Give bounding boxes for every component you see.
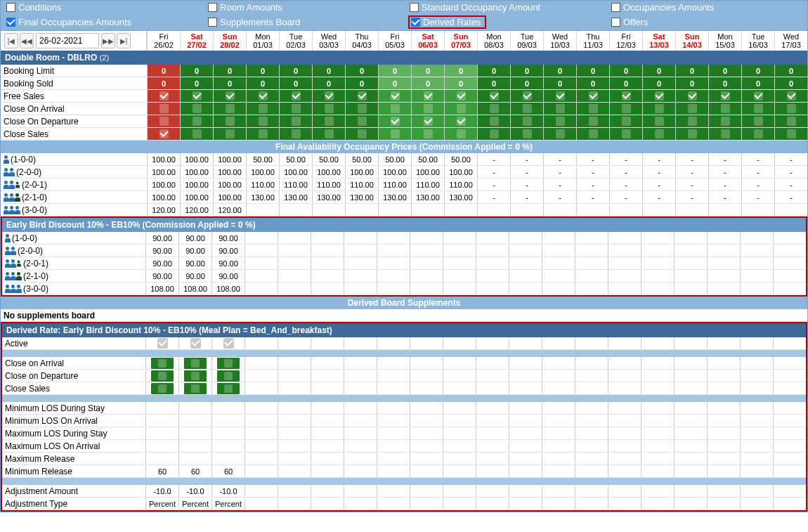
cell[interactable] (180, 128, 213, 140)
eb-price-cell[interactable] (575, 257, 608, 269)
derived-cell[interactable] (245, 440, 278, 452)
eb-price-cell[interactable] (674, 232, 707, 244)
cell[interactable] (378, 90, 411, 102)
price-cell[interactable]: - (510, 179, 543, 190)
derived-cell[interactable] (542, 485, 575, 497)
price-cell[interactable]: 50.00 (345, 153, 378, 165)
derived-cell[interactable] (608, 498, 641, 510)
cell[interactable]: 0 (642, 65, 675, 77)
derived-cell[interactable]: Percent (211, 498, 245, 510)
derived-cell[interactable] (211, 440, 245, 452)
derived-cell[interactable] (674, 402, 707, 414)
eb-price-cell[interactable] (443, 232, 476, 244)
derived-cell[interactable] (542, 465, 575, 477)
cell[interactable] (213, 103, 246, 115)
derived-cell[interactable] (509, 402, 542, 414)
derived-cell[interactable] (641, 402, 674, 414)
eb-price-cell[interactable]: 108.00 (178, 283, 211, 294)
derived-cell[interactable] (773, 370, 806, 382)
price-cell[interactable]: 130.00 (345, 191, 378, 203)
eb-price-cell[interactable] (707, 232, 740, 244)
derived-cell[interactable] (410, 357, 443, 369)
derived-cell[interactable]: 60 (178, 465, 211, 477)
date-input[interactable] (36, 33, 99, 48)
derived-cell[interactable] (278, 415, 311, 427)
derived-cell[interactable] (443, 465, 476, 477)
derived-cell[interactable] (278, 440, 311, 452)
price-cell[interactable] (642, 204, 675, 216)
price-cell[interactable]: 100.00 (279, 166, 312, 178)
derived-cell[interactable] (211, 382, 245, 394)
eb-price-cell[interactable] (575, 283, 608, 294)
cell[interactable]: 0 (675, 77, 708, 89)
price-cell[interactable]: 130.00 (411, 191, 444, 203)
derived-cell[interactable] (773, 498, 806, 510)
cell[interactable]: 0 (477, 77, 510, 89)
nav-first-icon[interactable]: |◀ (4, 33, 18, 48)
eb-price-cell[interactable] (509, 245, 542, 257)
eb-price-cell[interactable]: 90.00 (211, 232, 245, 244)
eb-price-cell[interactable]: 90.00 (178, 232, 211, 244)
price-cell[interactable]: 100.00 (180, 166, 213, 178)
eb-price-cell[interactable] (443, 245, 476, 257)
cell[interactable] (708, 103, 741, 115)
filter-offers[interactable]: Offers (606, 14, 807, 30)
cell[interactable] (279, 103, 312, 115)
price-cell[interactable]: 100.00 (180, 153, 213, 165)
derived-cell[interactable] (674, 427, 707, 439)
eb-price-cell[interactable] (542, 245, 575, 257)
derived-cell[interactable] (278, 357, 311, 369)
cell[interactable] (708, 115, 741, 127)
derived-cell[interactable] (278, 498, 311, 510)
derived-cell[interactable] (311, 382, 344, 394)
eb-price-cell[interactable] (773, 257, 806, 269)
cell[interactable]: 0 (510, 77, 543, 89)
price-cell[interactable]: 100.00 (180, 191, 213, 203)
derived-cell[interactable] (509, 485, 542, 497)
cell[interactable] (246, 115, 279, 127)
derived-cell[interactable] (542, 498, 575, 510)
derived-cell[interactable] (608, 440, 641, 452)
derived-cell[interactable] (707, 402, 740, 414)
derived-cell[interactable] (410, 337, 443, 349)
eb-price-cell[interactable] (674, 245, 707, 257)
derived-cell[interactable] (278, 465, 311, 477)
derived-cell[interactable] (211, 427, 245, 439)
price-cell[interactable]: 110.00 (279, 179, 312, 190)
price-cell[interactable]: 100.00 (411, 166, 444, 178)
derived-cell[interactable] (145, 440, 178, 452)
cell[interactable]: 0 (609, 77, 642, 89)
derived-cell[interactable] (410, 370, 443, 382)
derived-cell[interactable] (674, 337, 707, 349)
derived-cell[interactable] (443, 402, 476, 414)
price-cell[interactable]: - (708, 153, 741, 165)
derived-cell[interactable] (608, 402, 641, 414)
eb-price-cell[interactable]: 108.00 (211, 283, 245, 294)
derived-cell[interactable] (641, 415, 674, 427)
cell[interactable] (609, 90, 642, 102)
derived-cell[interactable] (145, 370, 178, 382)
derived-cell[interactable] (608, 453, 641, 465)
derived-cell[interactable] (542, 440, 575, 452)
price-cell[interactable]: - (609, 179, 642, 190)
derived-cell[interactable] (443, 427, 476, 439)
price-cell[interactable] (444, 204, 477, 216)
cell[interactable]: 0 (774, 65, 807, 77)
filter-room-amounts[interactable]: Room Amounts (202, 1, 404, 14)
derived-cell[interactable] (542, 370, 575, 382)
derived-cell[interactable] (707, 415, 740, 427)
derived-cell[interactable] (740, 337, 773, 349)
cell[interactable] (477, 115, 510, 127)
cell[interactable]: 0 (246, 65, 279, 77)
price-cell[interactable]: - (477, 191, 510, 203)
derived-cell[interactable] (145, 402, 178, 414)
derived-cell[interactable] (410, 465, 443, 477)
price-cell[interactable]: 100.00 (345, 166, 378, 178)
derived-cell[interactable] (245, 357, 278, 369)
cell[interactable]: 0 (477, 65, 510, 77)
cell[interactable]: 0 (180, 65, 213, 77)
cell[interactable] (411, 128, 444, 140)
eb-price-cell[interactable] (278, 257, 311, 269)
eb-price-cell[interactable] (740, 283, 773, 294)
derived-cell[interactable] (476, 382, 509, 394)
